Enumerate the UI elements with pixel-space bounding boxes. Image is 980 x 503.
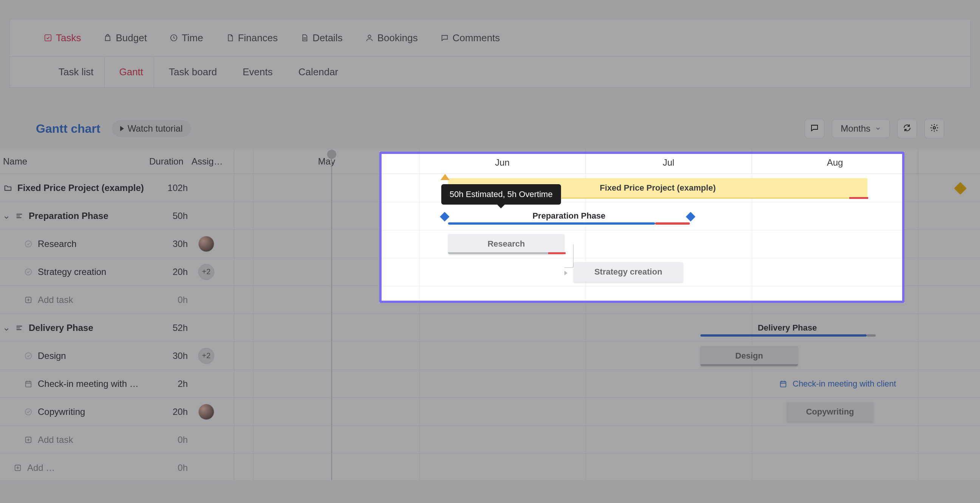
chevron-down-icon[interactable] xyxy=(3,324,10,331)
chevron-down-icon[interactable] xyxy=(3,212,10,219)
phase1-duration: 50h xyxy=(149,211,191,221)
clock-icon xyxy=(170,34,178,42)
row-add-task-1[interactable]: Add task 0h xyxy=(0,286,234,314)
chart-header: Gantt chart Watch tutorial Months xyxy=(10,113,970,144)
chevron-down-icon xyxy=(875,123,881,134)
svg-point-7 xyxy=(933,127,935,129)
subtab-calendar[interactable]: Calendar xyxy=(284,57,350,87)
plus-icon xyxy=(24,295,33,305)
plus-icon xyxy=(13,463,23,473)
row-add-task-2[interactable]: Add task 0h xyxy=(0,426,234,454)
subtab-gantt[interactable]: Gantt xyxy=(104,57,154,87)
svg-point-2 xyxy=(368,35,371,38)
project-name: Fixed Price Project (example) xyxy=(18,183,144,193)
row-task-copywriting[interactable]: Copywriting 20h xyxy=(0,398,234,426)
row-event-checkin[interactable]: Check-in meeting with … 2h xyxy=(0,370,234,398)
tab-budget[interactable]: Budget xyxy=(103,32,146,44)
tab-bookings-label: Bookings xyxy=(377,32,418,44)
bar-copywriting[interactable]: Copywriting xyxy=(787,402,873,422)
row-phase-preparation[interactable]: Preparation Phase 50h xyxy=(0,202,234,230)
row-task-strategy[interactable]: Strategy creation 20h +2 xyxy=(0,258,234,286)
timescale-label: Months xyxy=(841,123,870,134)
subtab-events[interactable]: Events xyxy=(228,57,284,87)
bar-copy-label: Copywriting xyxy=(806,407,854,417)
add-task-duration: 0h xyxy=(149,434,191,445)
timescale-selector[interactable]: Months xyxy=(832,119,890,138)
design-name: Design xyxy=(38,351,66,361)
row-project[interactable]: Fixed Price Project (example) 102h xyxy=(0,174,234,202)
calendar-small-icon xyxy=(24,379,33,389)
tooltip-estimated-overtime: 50h Estimated, 5h Overtime xyxy=(441,184,561,204)
check-circle-icon xyxy=(24,239,33,249)
col-assignee: Assig… xyxy=(191,156,234,167)
play-icon xyxy=(120,126,124,131)
svg-point-8 xyxy=(25,241,32,247)
col-name: Name xyxy=(0,156,149,167)
tab-finances[interactable]: Finances xyxy=(226,32,278,44)
avatar-overflow[interactable]: +2 xyxy=(198,264,214,280)
subtab-taskboard-label: Task board xyxy=(169,66,217,78)
tab-details[interactable]: Details xyxy=(300,32,342,44)
phase2-name: Delivery Phase xyxy=(29,323,93,333)
row-phase-delivery[interactable]: Delivery Phase 52h xyxy=(0,314,234,342)
copy-name: Copywriting xyxy=(38,407,85,417)
svg-rect-0 xyxy=(45,35,51,41)
sub-tabs: Task list Gantt Task board Events Calend… xyxy=(10,57,970,88)
avatar[interactable] xyxy=(198,404,214,420)
gear-icon xyxy=(930,123,939,134)
bar-design[interactable]: Design xyxy=(700,346,798,366)
phase1-name: Preparation Phase xyxy=(29,211,108,221)
add-last-label: Add … xyxy=(27,463,55,473)
tab-budget-label: Budget xyxy=(116,32,146,44)
tab-details-label: Details xyxy=(312,32,342,44)
tab-bookings[interactable]: Bookings xyxy=(365,32,418,44)
page-title: Gantt chart xyxy=(36,122,100,136)
bag-icon xyxy=(103,34,112,42)
watch-tutorial-button[interactable]: Watch tutorial xyxy=(112,120,191,137)
chat-icon xyxy=(441,34,449,42)
avatar[interactable] xyxy=(198,236,214,252)
plus-icon xyxy=(24,435,33,445)
tab-time[interactable]: Time xyxy=(170,32,203,44)
phase-icon xyxy=(14,211,24,221)
row-task-design[interactable]: Design 30h +2 xyxy=(0,342,234,370)
task-list-panel: Name Duration Assig… Fixed Price Project… xyxy=(0,149,234,480)
avatar-overflow[interactable]: +2 xyxy=(198,348,214,364)
tab-tasks-label: Tasks xyxy=(56,32,81,44)
document-icon xyxy=(226,34,234,42)
row-add-last[interactable]: Add … 0h xyxy=(0,454,234,482)
col-duration: Duration xyxy=(149,156,191,167)
column-headers: Name Duration Assig… xyxy=(0,149,234,174)
comments-toggle-button[interactable] xyxy=(805,119,824,139)
add-task-label: Add task xyxy=(38,434,73,445)
subtab-events-label: Events xyxy=(243,66,273,78)
svg-point-11 xyxy=(25,353,32,359)
row-task-research[interactable]: Research 30h xyxy=(0,230,234,258)
subtab-calendar-label: Calendar xyxy=(299,66,339,78)
bar-design-label: Design xyxy=(735,351,763,361)
highlight-clear-window: Jun Jul Aug Fixed Price Project (example… xyxy=(379,152,904,303)
tab-time-label: Time xyxy=(182,32,203,44)
calendar-small-icon xyxy=(778,379,788,389)
strategy-name: Strategy creation xyxy=(38,267,106,277)
watch-tutorial-label: Watch tutorial xyxy=(128,123,183,134)
svg-point-9 xyxy=(25,268,32,275)
milestone[interactable] xyxy=(954,182,967,195)
checkin-name: Check-in meeting with … xyxy=(38,378,138,389)
bar-phase2-label: Delivery Phase xyxy=(758,323,817,333)
bar-checkin[interactable]: Check-in meeting with client xyxy=(778,374,975,394)
folder-icon xyxy=(3,183,13,193)
subtab-tasklist[interactable]: Task list xyxy=(44,57,104,87)
month-next xyxy=(918,149,980,174)
add-task-duration: 0h xyxy=(149,295,191,305)
tab-comments-label: Comments xyxy=(453,32,500,44)
tab-comments[interactable]: Comments xyxy=(441,32,500,44)
checkin-duration: 2h xyxy=(149,378,191,389)
subtab-taskboard[interactable]: Task board xyxy=(154,57,228,87)
refresh-button[interactable] xyxy=(897,119,917,139)
tab-tasks[interactable]: Tasks xyxy=(44,32,81,44)
svg-rect-12 xyxy=(26,381,31,387)
chat-bubble-icon xyxy=(810,123,819,134)
research-duration: 30h xyxy=(149,239,191,249)
settings-button[interactable] xyxy=(924,119,944,139)
